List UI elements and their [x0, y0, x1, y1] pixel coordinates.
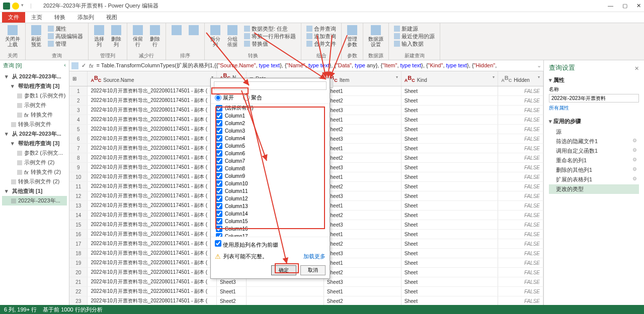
divider: |: [30, 3, 37, 10]
ribbon-button[interactable]: 管理参数: [345, 24, 360, 48]
nav-fd[interactable]: 帮助程序查询 [3]: [2, 139, 67, 148]
tab-添加列[interactable]: 添加列: [71, 12, 100, 23]
nav-nd[interactable]: fx 转换文件: [2, 110, 67, 120]
check-icon[interactable]: ✓: [82, 62, 86, 69]
cell: 2022年10月开票资料导出_20220801174501 - 副本 (: [88, 115, 217, 125]
applied-step[interactable]: 重命名的列1⚙: [549, 156, 639, 165]
applied-step[interactable]: 更改的类型: [549, 184, 639, 194]
column-checkbox[interactable]: Column10: [211, 180, 330, 187]
column-checkbox[interactable]: Column7: [211, 157, 330, 165]
ribbon-small-button[interactable]: 数据类型: 任意: [244, 25, 296, 32]
maximize-button[interactable]: ▢: [622, 3, 627, 9]
all-properties-link[interactable]: 所有属性: [549, 104, 639, 112]
tab-视图[interactable]: 视图: [100, 12, 123, 23]
minimize-button[interactable]: —: [608, 3, 613, 9]
formula-text[interactable]: = Table.TransformColumnTypes(扩展的表格列1,{{"…: [97, 62, 534, 69]
column-checkbox[interactable]: Column15: [211, 218, 330, 225]
tab-主页[interactable]: 主页: [25, 12, 48, 23]
collapse-icon[interactable]: ‹: [64, 62, 66, 69]
column-checkbox[interactable]: Column11: [211, 187, 330, 195]
close-settings-icon[interactable]: ✕: [634, 65, 639, 72]
ribbon-button[interactable]: [169, 24, 184, 37]
applied-step[interactable]: 筛选的隐藏文件1⚙: [549, 137, 639, 146]
nav-nd[interactable]: 参数1 (示例文件): [2, 91, 67, 100]
nav-fd[interactable]: 帮助程序查询 [3]: [2, 81, 67, 91]
col-header-rownum[interactable]: ⊞: [69, 71, 88, 86]
ribbon-small-button[interactable]: 输入数据: [394, 40, 435, 47]
ribbon-small-button[interactable]: 追加查询: [306, 33, 336, 40]
ribbon-small-button[interactable]: 最近使用的源: [394, 33, 435, 40]
col-header-Source.Name[interactable]: ABCSource.Name▾: [88, 71, 217, 86]
nav-fd[interactable]: 从 2022年-2023年...: [2, 72, 67, 81]
col-header-Item[interactable]: ABCItem▾: [324, 71, 401, 86]
column-checkbox[interactable]: Column13: [211, 202, 330, 210]
ribbon-small-button[interactable]: 将第一行用作标题: [244, 33, 296, 40]
ribbon-button[interactable]: 选择列: [92, 24, 107, 48]
column-checkbox[interactable]: Column14: [211, 210, 330, 218]
ribbon-small-button[interactable]: 合并文件: [306, 40, 336, 47]
ribbon-button[interactable]: 分组依据: [225, 24, 240, 48]
ribbon-button[interactable]: [186, 24, 201, 37]
ribbon-small-button[interactable]: 属性: [48, 25, 83, 32]
properties-header[interactable]: 属性: [549, 76, 639, 84]
tab-转换[interactable]: 转换: [48, 12, 71, 23]
ribbon-button[interactable]: 刷新预览: [29, 24, 44, 48]
popup-column-list[interactable]: (选择所有列) Column1 Column2 Column3 Column4 …: [211, 103, 330, 237]
tab-文件[interactable]: 文件: [2, 12, 25, 23]
column-checkbox[interactable]: Column4: [211, 135, 330, 142]
query-name-input[interactable]: [549, 94, 639, 102]
load-more-link[interactable]: 加载更多: [303, 253, 326, 260]
column-checkbox[interactable]: Column16: [211, 225, 330, 233]
table-row[interactable]: 222022年10月开票资料导出_20220801174501 - 副本 (Sh…: [69, 287, 543, 296]
settings-title: 查询设置: [549, 63, 639, 72]
ribbon-small-button[interactable]: 高级编辑器: [48, 33, 83, 40]
column-checkbox[interactable]: Column6: [211, 150, 330, 157]
fx-icon[interactable]: fx: [89, 63, 94, 69]
column-checkbox[interactable]: Column2: [211, 120, 330, 127]
select-all-checkbox[interactable]: (选择所有列): [211, 104, 330, 112]
ribbon-button[interactable]: 删除列: [109, 24, 124, 48]
column-checkbox[interactable]: Column9: [211, 172, 330, 180]
aggregate-radio[interactable]: 聚合: [243, 94, 262, 101]
nav-nd[interactable]: 参数2 (示例文...: [2, 148, 67, 158]
applied-step[interactable]: 调用自定义函数1⚙: [549, 146, 639, 156]
close-button[interactable]: ✕: [636, 3, 641, 9]
ribbon-button[interactable]: 数据源设置: [366, 24, 385, 48]
column-checkbox[interactable]: Column8: [211, 165, 330, 172]
nav-nd[interactable]: 示例文件 (2): [2, 158, 67, 167]
applied-step[interactable]: 扩展的表格列1⚙: [549, 175, 639, 184]
col-header-Kind[interactable]: ABCKind▾: [401, 71, 498, 86]
ribbon-small-button[interactable]: 管理: [48, 40, 83, 47]
col-header-Hidden[interactable]: ABCHidden▾: [498, 71, 543, 86]
ribbon-small-button[interactable]: 替换值: [244, 40, 296, 47]
column-checkbox[interactable]: Column5: [211, 142, 330, 150]
ribbon-small-button[interactable]: 新建源: [394, 25, 435, 32]
column-checkbox[interactable]: Column1: [211, 112, 330, 120]
nav-nd[interactable]: 2022年-2023年...: [2, 196, 67, 205]
ribbon-button[interactable]: 保留行: [130, 24, 145, 48]
dropdown-icon[interactable]: ▾: [21, 3, 28, 10]
nav-nd[interactable]: 转换示例文件: [2, 120, 67, 129]
nav-nd[interactable]: 示例文件: [2, 100, 67, 110]
ribbon-button[interactable]: 删除行: [147, 24, 163, 48]
applied-step[interactable]: 源: [549, 127, 639, 137]
applied-step[interactable]: 删除的其他列1⚙: [549, 165, 639, 175]
popup-search-input[interactable]: [214, 81, 327, 90]
nav-nd[interactable]: 转换示例文件 (2): [2, 177, 67, 186]
steps-header[interactable]: 应用的步骤: [549, 118, 639, 125]
expand-radio[interactable]: 展开: [215, 94, 234, 101]
nav-fd[interactable]: 其他查询 [1]: [2, 186, 67, 196]
nav-nd[interactable]: fx 转换文件 (2): [2, 167, 67, 177]
ribbon-button[interactable]: 拆分列: [208, 24, 223, 48]
ribbon-small-button[interactable]: 合并查询: [306, 25, 336, 32]
nav-fd[interactable]: 从 2022年-2023年...: [2, 129, 67, 139]
column-checkbox[interactable]: Column3: [211, 127, 330, 135]
expand-formula-icon[interactable]: ⌄: [537, 62, 541, 69]
use-original-names-checkbox[interactable]: 使用原始列名作为前缀: [215, 242, 278, 248]
ok-button[interactable]: 确定: [271, 265, 296, 275]
table-row[interactable]: 232022年10月开票资料导出_20220801174501 - 副本 (Sh…: [69, 296, 543, 305]
column-checkbox[interactable]: Column17: [211, 233, 330, 237]
column-checkbox[interactable]: Column12: [211, 195, 330, 202]
cancel-button[interactable]: 取消: [300, 265, 326, 275]
ribbon-button[interactable]: 关闭并上载: [3, 24, 22, 48]
